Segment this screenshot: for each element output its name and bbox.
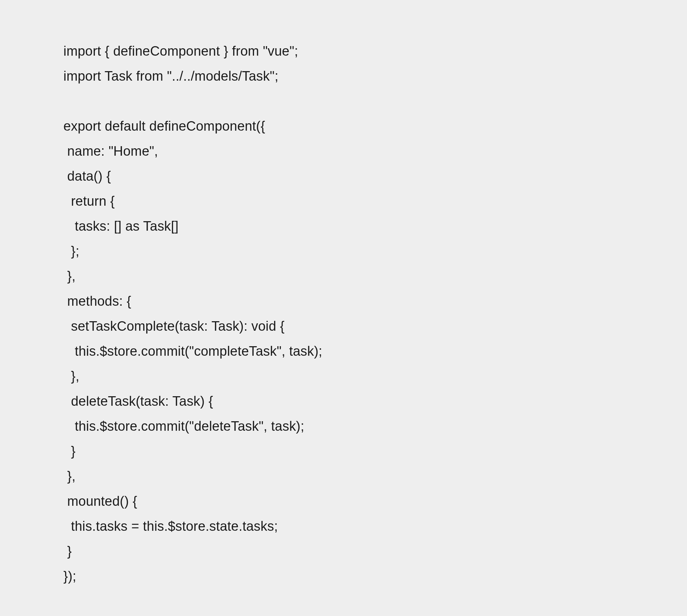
code-line: }, — [63, 269, 75, 284]
code-line: this.$store.commit("deleteTask", task); — [63, 419, 304, 434]
code-line: } — [63, 444, 75, 459]
code-line: deleteTask(task: Task) { — [63, 394, 213, 409]
code-line: }; — [63, 244, 79, 259]
code-line: data() { — [63, 169, 111, 183]
code-line: import { defineComponent } from "vue"; — [63, 44, 298, 58]
code-line: export default defineComponent({ — [63, 119, 265, 133]
code-line: }, — [63, 369, 79, 384]
code-line: tasks: [] as Task[] — [63, 219, 179, 234]
code-line: }, — [63, 469, 75, 484]
code-line: mounted() { — [63, 494, 137, 509]
code-line: name: "Home", — [63, 144, 158, 158]
code-line: methods: { — [63, 294, 131, 309]
code-snippet: import { defineComponent } from "vue"; i… — [63, 39, 624, 589]
code-line: this.$store.commit("completeTask", task)… — [63, 344, 322, 359]
code-line: return { — [63, 194, 115, 209]
code-line: }); — [63, 569, 76, 584]
code-line: import Task from "../../models/Task"; — [63, 69, 278, 83]
code-line: this.tasks = this.$store.state.tasks; — [63, 519, 278, 534]
code-line: } — [63, 544, 72, 559]
code-line: setTaskComplete(task: Task): void { — [63, 319, 285, 334]
